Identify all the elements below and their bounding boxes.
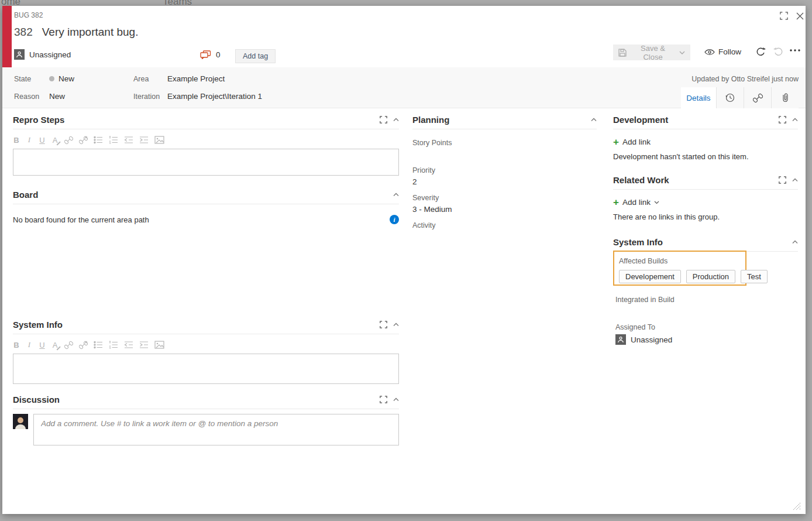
repro-collapse-button[interactable] bbox=[393, 118, 399, 122]
chevron-up-icon bbox=[792, 240, 798, 244]
indent-icon[interactable] bbox=[139, 136, 149, 144]
follow-button[interactable]: Follow bbox=[704, 47, 741, 56]
system-info-collapse-button[interactable] bbox=[393, 323, 399, 327]
insert-image-icon[interactable] bbox=[154, 136, 164, 144]
tab-details[interactable]: Details bbox=[681, 87, 716, 108]
indent-icon[interactable] bbox=[139, 341, 149, 349]
tab-history[interactable] bbox=[716, 87, 744, 108]
expand-icon bbox=[380, 321, 387, 328]
updated-by-text: Updated by Otto Streifel just now bbox=[691, 75, 799, 83]
clear-format-icon[interactable]: A bbox=[51, 341, 59, 349]
more-options-button[interactable] bbox=[790, 49, 800, 52]
development-maximize-button[interactable] bbox=[779, 116, 786, 124]
priority-value[interactable]: 2 bbox=[412, 177, 417, 186]
discussion-collapse-button[interactable] bbox=[393, 397, 399, 402]
affected-builds-label: Affected Builds bbox=[619, 257, 668, 265]
system-info-maximize-button[interactable] bbox=[380, 321, 387, 328]
underline-icon[interactable]: U bbox=[39, 136, 46, 145]
bold-icon[interactable]: B bbox=[13, 341, 20, 349]
chevron-up-icon bbox=[393, 118, 399, 122]
insert-image-icon[interactable] bbox=[154, 341, 164, 349]
chevron-up-icon bbox=[393, 193, 399, 197]
assignee-picker[interactable]: Unassigned bbox=[14, 49, 71, 60]
maximize-dialog-button[interactable] bbox=[777, 9, 790, 22]
outdent-icon[interactable] bbox=[124, 136, 133, 144]
system-info-editor[interactable] bbox=[13, 354, 399, 384]
assigned-to-label: Assigned To bbox=[615, 323, 655, 331]
numbered-list-icon[interactable] bbox=[109, 136, 118, 144]
expand-icon bbox=[780, 12, 788, 20]
remove-link-icon[interactable] bbox=[79, 136, 88, 145]
reason-value[interactable]: New bbox=[49, 92, 65, 101]
info-icon[interactable]: i bbox=[390, 215, 399, 224]
chevron-down-icon[interactable] bbox=[679, 51, 685, 54]
area-value[interactable]: Example Project bbox=[167, 74, 225, 83]
build-tag[interactable]: Test bbox=[741, 270, 768, 283]
board-collapse-button[interactable] bbox=[393, 193, 399, 197]
bullet-list-icon[interactable] bbox=[94, 341, 103, 349]
work-item-title[interactable]: Very important bug. bbox=[42, 26, 139, 38]
related-work-collapse-button[interactable] bbox=[792, 178, 798, 182]
insert-link-icon[interactable] bbox=[64, 136, 73, 145]
planning-title: Planning bbox=[412, 115, 449, 125]
remove-link-icon[interactable] bbox=[79, 341, 88, 349]
iteration-value[interactable]: Example Project\Iteration 1 bbox=[167, 92, 262, 101]
story-points-value[interactable] bbox=[412, 150, 529, 160]
system-info-right-collapse-button[interactable] bbox=[792, 240, 798, 244]
underline-icon[interactable]: U bbox=[39, 341, 46, 349]
assigned-to-value[interactable]: Unassigned bbox=[615, 334, 672, 345]
work-item-id: 382 bbox=[14, 26, 33, 38]
development-add-link-button[interactable]: + Add link bbox=[613, 138, 651, 146]
clear-format-icon[interactable]: A bbox=[51, 136, 59, 145]
comments-icon bbox=[200, 50, 211, 59]
refresh-button[interactable] bbox=[756, 47, 766, 57]
planning-collapse-button[interactable] bbox=[591, 118, 597, 122]
repro-steps-title: Repro Steps bbox=[13, 115, 64, 125]
save-and-close-button[interactable]: Save & Close bbox=[613, 44, 690, 60]
undo-button[interactable] bbox=[773, 47, 783, 57]
discussion-maximize-button[interactable] bbox=[380, 396, 387, 403]
work-item-title-row: 382Very important bug. bbox=[14, 26, 138, 39]
tab-links[interactable] bbox=[744, 87, 771, 108]
italic-icon[interactable]: I bbox=[26, 135, 33, 145]
state-value[interactable]: New bbox=[49, 74, 74, 83]
italic-icon[interactable]: I bbox=[26, 340, 33, 349]
related-add-link-button[interactable]: + Add link bbox=[613, 198, 659, 207]
repro-steps-editor[interactable] bbox=[13, 149, 399, 176]
discussion-title: Discussion bbox=[13, 395, 60, 405]
numbered-list-icon[interactable] bbox=[109, 341, 118, 349]
comment-count-value: 0 bbox=[216, 50, 221, 59]
add-tag-button[interactable]: Add tag bbox=[235, 49, 276, 63]
bullet-list-icon[interactable] bbox=[94, 136, 103, 144]
bold-icon[interactable]: B bbox=[13, 136, 20, 145]
ellipsis-icon bbox=[790, 49, 800, 52]
chevron-up-icon bbox=[591, 118, 597, 122]
system-info-left-section: System Info B I U A bbox=[13, 320, 399, 384]
unassigned-person-icon bbox=[615, 334, 626, 345]
development-collapse-button[interactable] bbox=[792, 118, 798, 122]
tab-attachments[interactable] bbox=[771, 87, 799, 108]
severity-value[interactable]: 3 - Medium bbox=[412, 205, 452, 214]
resize-grip[interactable] bbox=[792, 501, 801, 510]
outdent-icon[interactable] bbox=[124, 341, 133, 349]
plus-icon: + bbox=[613, 139, 619, 146]
close-dialog-button[interactable] bbox=[793, 9, 806, 22]
related-work-maximize-button[interactable] bbox=[779, 176, 786, 184]
story-points-label: Story Points bbox=[412, 139, 452, 147]
history-icon bbox=[725, 92, 735, 103]
board-title: Board bbox=[13, 190, 38, 200]
insert-link-icon[interactable] bbox=[64, 341, 73, 349]
avatar bbox=[13, 414, 28, 445]
comment-count[interactable]: 0 bbox=[200, 50, 221, 59]
state-dot-icon bbox=[49, 76, 54, 81]
repro-maximize-button[interactable] bbox=[380, 116, 387, 124]
comment-input[interactable] bbox=[33, 414, 399, 445]
build-tag[interactable]: Production bbox=[686, 270, 735, 283]
build-tag[interactable]: Developement bbox=[619, 270, 681, 283]
repro-steps-section: Repro Steps B I U A bbox=[13, 115, 399, 176]
related-work-title: Related Work bbox=[613, 175, 669, 185]
system-info-left-title: System Info bbox=[13, 320, 63, 330]
expand-icon bbox=[380, 396, 387, 403]
planning-section: Planning Story Points Priority 2 Severit… bbox=[412, 115, 597, 244]
work-item-tabs: Details bbox=[681, 87, 799, 108]
